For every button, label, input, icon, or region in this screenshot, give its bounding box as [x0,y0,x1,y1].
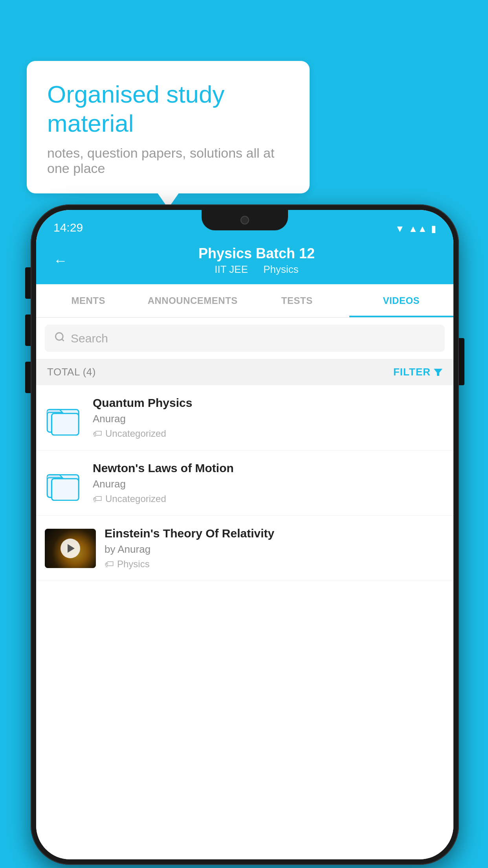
phone-camera [240,216,249,224]
video-author: by Anurag [105,543,445,555]
speech-bubble: Organised study material notes, question… [27,61,310,193]
search-placeholder: Search [71,332,108,345]
video-info: Einstein's Theory Of Relativity by Anura… [105,527,445,570]
video-author: Anurag [93,413,445,425]
wifi-icon: ▼ [395,223,405,234]
tag-icon: 🏷 [105,559,114,570]
phone-outer: 14:29 ▼ ▲▲ ▮ ← Physics Batch 12 IIT JEE [31,204,459,865]
tabs-container: MENTS ANNOUNCEMENTS TESTS VIDEOS [36,284,453,318]
battery-icon: ▮ [431,223,436,234]
back-button[interactable]: ← [53,252,68,269]
video-title: Einstein's Theory Of Relativity [105,527,445,540]
video-thumbnail [45,529,96,568]
tag-icon: 🏷 [93,428,102,439]
video-author: Anurag [93,478,445,490]
header-main-title: Physics Batch 12 [77,245,436,262]
video-title: Newton's Laws of Motion [93,462,445,475]
speech-bubble-subtitle: notes, question papers, solutions all at… [47,145,289,176]
svg-line-1 [62,339,64,341]
video-tag: 🏷 Uncategorized [93,493,445,504]
phone-inner: 14:29 ▼ ▲▲ ▮ ← Physics Batch 12 IIT JEE [36,210,453,859]
tab-announcements[interactable]: ANNOUNCEMENTS [141,284,245,317]
video-item[interactable]: Quantum Physics Anurag 🏷 Uncategorized [36,385,453,451]
video-item[interactable]: Einstein's Theory Of Relativity by Anura… [36,516,453,581]
filter-label: FILTER [393,366,431,378]
folder-icon [45,465,84,501]
status-time: 14:29 [53,221,83,234]
tag-label: Uncategorized [105,493,166,504]
video-list: Quantum Physics Anurag 🏷 Uncategorized [36,385,453,859]
phone-notch [202,210,288,230]
phone-wrapper: 14:29 ▼ ▲▲ ▮ ← Physics Batch 12 IIT JEE [31,204,459,865]
search-container: Search [36,318,453,359]
header-title-group: Physics Batch 12 IIT JEE Physics [77,245,436,276]
signal-icon: ▲▲ [408,223,427,234]
app-header: ← Physics Batch 12 IIT JEE Physics [36,238,453,284]
app-content: ← Physics Batch 12 IIT JEE Physics MENTS… [36,238,453,859]
tag-label: Uncategorized [105,428,166,439]
video-title: Quantum Physics [93,396,445,410]
tag-physics: Physics [263,263,299,275]
tab-tests[interactable]: TESTS [245,284,349,317]
total-count: TOTAL (4) [47,366,96,378]
speech-bubble-title: Organised study material [47,80,289,138]
tag-label: Physics [117,559,150,570]
video-info: Newton's Laws of Motion Anurag 🏷 Uncateg… [93,462,445,504]
filter-funnel-icon [434,369,442,376]
search-bar[interactable]: Search [45,325,445,352]
video-tag: 🏷 Uncategorized [93,428,445,439]
video-item[interactable]: Newton's Laws of Motion Anurag 🏷 Uncateg… [36,451,453,516]
tag-iit-jee: IIT JEE [215,263,248,275]
header-sub-tags: IIT JEE Physics [77,263,436,276]
search-icon [54,331,65,346]
svg-rect-6 [52,478,79,500]
tab-videos[interactable]: VIDEOS [349,284,454,317]
svg-rect-4 [52,413,79,435]
play-button[interactable] [61,539,80,558]
filter-button[interactable]: FILTER [393,366,442,378]
svg-point-0 [56,333,63,340]
filter-row: TOTAL (4) FILTER [36,359,453,385]
tag-icon: 🏷 [93,493,102,504]
tab-ments[interactable]: MENTS [36,284,141,317]
folder-icon [45,400,84,436]
video-tag: 🏷 Physics [105,559,445,570]
video-info: Quantum Physics Anurag 🏷 Uncategorized [93,396,445,439]
svg-marker-2 [434,369,442,376]
status-icons: ▼ ▲▲ ▮ [395,223,436,234]
speech-bubble-container: Organised study material notes, question… [27,61,310,193]
